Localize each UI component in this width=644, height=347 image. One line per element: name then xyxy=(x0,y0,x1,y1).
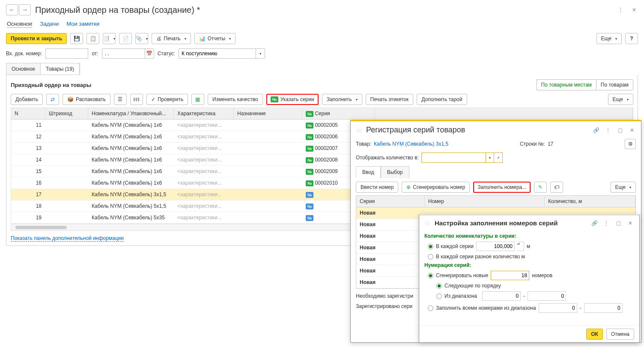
barcode-icon-button[interactable]: ⦀⦀⦀ xyxy=(130,94,143,105)
settings-dialog-title: Настройка заполнения номеров серий xyxy=(435,219,558,227)
post-icon-button[interactable]: 📋 xyxy=(86,33,99,44)
tab-tasks[interactable]: Задачи xyxy=(40,21,59,27)
maximize-icon[interactable]: ▢ xyxy=(616,126,624,134)
settings-maximize-icon[interactable]: ▢ xyxy=(614,219,622,227)
section-tabs: Основное Товары (19) xyxy=(6,63,80,75)
generate-new-label: Сгенерировать новые xyxy=(436,272,488,278)
by-goods-toggle[interactable]: По товарам xyxy=(596,79,633,90)
save-icon-button[interactable]: 💾 xyxy=(70,33,83,44)
attach-icon: 📎 xyxy=(136,36,142,42)
doc-icon-button[interactable]: 📄 xyxy=(119,33,132,44)
more-button[interactable]: Еще xyxy=(596,33,622,44)
fill-numbers-button[interactable]: Заполнить номера... xyxy=(473,182,531,193)
copy-dropdown-button[interactable]: 📑 xyxy=(103,33,116,44)
date-input[interactable] xyxy=(102,48,145,59)
link-icon[interactable]: 🔗 xyxy=(592,126,600,134)
from-range-label: Из диапазона xyxy=(444,293,477,299)
grid-icon-button[interactable]: ▦ xyxy=(191,94,204,105)
settings-favorite-icon[interactable]: ☆ xyxy=(424,219,430,227)
change-quality-button[interactable]: Изменить качество xyxy=(208,94,263,105)
tag-icon-button[interactable]: 🏷 xyxy=(550,182,563,193)
print-labels-button[interactable]: Печать этикеток xyxy=(366,94,414,105)
next-in-order-radio[interactable] xyxy=(436,283,442,289)
attach-dropdown-button[interactable]: 📎 xyxy=(135,33,148,44)
qty-unit-dropdown-button[interactable]: ▾ xyxy=(486,153,494,163)
col-barcode[interactable]: Штрихкод xyxy=(45,108,88,119)
settings-close-icon[interactable]: ✕ xyxy=(626,219,634,227)
nav-forward-button[interactable]: → xyxy=(19,4,31,15)
range-from-input[interactable] xyxy=(482,291,521,301)
range-to-input[interactable] xyxy=(528,291,566,301)
input-select-tabs: Ввод Выбор xyxy=(356,166,409,178)
nav-back-button[interactable]: ← xyxy=(6,4,18,15)
verify-button[interactable]: ✓Проверить xyxy=(146,94,188,105)
series-col-qty[interactable]: Количество, м xyxy=(545,196,635,207)
barcode-icon: ⦀⦀⦀ xyxy=(133,96,140,102)
section-tab-main[interactable]: Основное xyxy=(6,63,41,75)
each-series-qty-input[interactable] xyxy=(476,242,515,251)
main-toolbar: Провести и закрыть 💾 📋 📑 📄 📎 🖨Печать 📊От… xyxy=(6,33,638,44)
generate-number-button[interactable]: ⊕Сгенерировать номер xyxy=(402,182,470,193)
range2-to-input[interactable] xyxy=(584,303,623,313)
calendar-button[interactable]: 📅 xyxy=(145,48,154,59)
enter-number-button[interactable]: Ввести номер xyxy=(356,182,398,193)
col-purpose[interactable]: Назначение xyxy=(234,108,302,119)
dialog-kebab-icon[interactable]: ⋮ xyxy=(604,126,612,134)
reports-button[interactable]: 📊Отчеты xyxy=(194,33,236,44)
section-tab-goods[interactable]: Товары (19) xyxy=(41,63,80,75)
fill-all-radio[interactable] xyxy=(428,305,433,311)
col-n[interactable]: N xyxy=(11,108,45,119)
series-more-button[interactable]: Еще xyxy=(611,182,636,193)
ok-button[interactable]: ОК xyxy=(586,329,603,340)
calendar-icon: 📅 xyxy=(146,51,152,57)
goods-link[interactable]: Кабель NYM (Севкабель) 3x1,5 xyxy=(374,141,448,147)
ext-doc-input[interactable] xyxy=(45,48,88,59)
title-row: ← → Приходный ордер на товары (создание)… xyxy=(6,4,638,15)
settings-link-icon[interactable]: 🔗 xyxy=(590,219,598,227)
kebab-icon[interactable]: ⋮ xyxy=(617,6,624,14)
tab-select[interactable]: Выбор xyxy=(381,166,409,178)
gear-button[interactable]: ⚙ xyxy=(625,139,636,149)
move-button[interactable]: ⇄ xyxy=(46,94,59,105)
tab-main[interactable]: Основное xyxy=(7,21,33,27)
series-col-series[interactable]: Серия xyxy=(356,196,425,207)
each-series-radio[interactable] xyxy=(428,244,433,249)
table-more-button[interactable]: Еще xyxy=(608,94,633,105)
qty-unit-input[interactable] xyxy=(421,153,486,163)
post-and-close-button[interactable]: Провести и закрыть xyxy=(6,33,67,44)
numbering-section-label: Нумерация серий: xyxy=(424,262,634,268)
close-icon[interactable]: ✕ xyxy=(630,6,638,14)
each-series-diff-radio[interactable] xyxy=(428,254,433,260)
cancel-button[interactable]: Отмена xyxy=(606,329,634,340)
tab-notes[interactable]: Мои заметки xyxy=(66,21,99,27)
fill-all-label: Заполнить всеми номерами из диапазона xyxy=(436,305,536,311)
add-button[interactable]: Добавить xyxy=(11,94,43,105)
unpack-button[interactable]: 📦Распаковать xyxy=(63,94,110,105)
set-series-label: Указать серии xyxy=(280,96,314,102)
edit-icon-button[interactable]: ✎ xyxy=(534,182,547,193)
dialog-close-icon[interactable]: ✕ xyxy=(628,126,636,134)
set-series-button[interactable]: №Указать серии xyxy=(266,94,319,105)
status-select[interactable] xyxy=(179,48,256,59)
print-button[interactable]: 🖨Печать xyxy=(152,33,191,44)
col-characteristic[interactable]: Характеристика xyxy=(174,108,234,119)
fill-button[interactable]: Заполнить xyxy=(322,94,362,105)
favorite-icon[interactable]: ☆ xyxy=(356,126,362,134)
supplement-tare-button[interactable]: Дополнить тарой xyxy=(417,94,467,105)
help-button[interactable]: ? xyxy=(625,33,638,44)
tab-input[interactable]: Ввод xyxy=(356,166,381,178)
by-places-toggle[interactable]: По товарным местам xyxy=(537,79,596,90)
from-range-radio[interactable] xyxy=(436,293,442,299)
qty-spin-button[interactable]: ▴▾ xyxy=(517,242,524,251)
generate-qty-input[interactable] xyxy=(491,271,529,280)
settings-kebab-icon[interactable]: ⋮ xyxy=(602,219,610,227)
goods-label: Товар: xyxy=(356,141,371,147)
series-col-number[interactable]: Номер xyxy=(425,196,545,207)
list-icon-button[interactable]: ☰ xyxy=(114,94,127,105)
col-nomenclature[interactable]: Номенклатура / Упаковочный... xyxy=(88,108,174,119)
col-series[interactable]: № Серия xyxy=(302,108,375,119)
range2-from-input[interactable] xyxy=(539,303,577,313)
generate-new-radio[interactable] xyxy=(428,273,433,278)
status-dropdown-button[interactable]: ▾ xyxy=(256,48,265,59)
qty-unit-open-button[interactable]: ↗ xyxy=(494,153,503,163)
